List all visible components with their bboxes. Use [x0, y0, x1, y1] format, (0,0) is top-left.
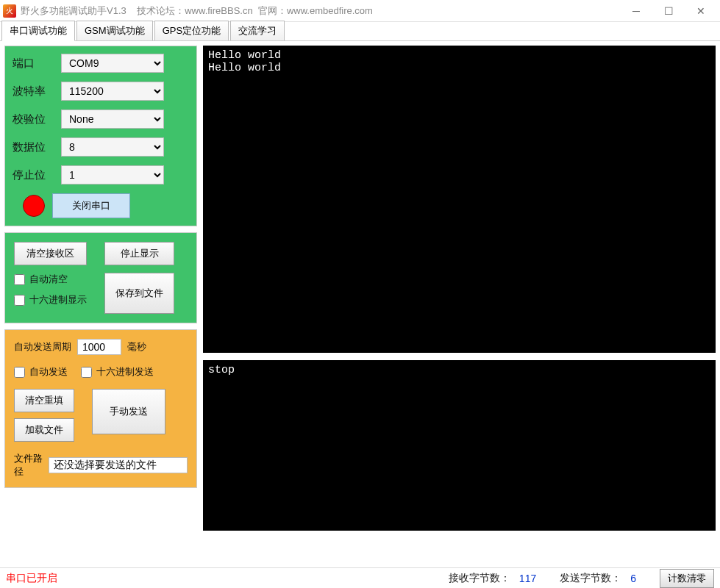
serial-settings-panel: 端口 COM9 波特率 115200 校验位 None 数据位 8 停止位 1 …	[4, 46, 197, 226]
main-content: 端口 COM9 波特率 115200 校验位 None 数据位 8 停止位 1 …	[0, 41, 720, 567]
minimize-button[interactable]: ─	[620, 1, 652, 21]
status-bar: 串口已开启 接收字节数： 117 发送字节数： 6 计数清零	[0, 567, 720, 588]
send-bytes-value: 6	[630, 573, 636, 584]
manual-send-button[interactable]: 手动发送	[92, 389, 165, 434]
tab-serial[interactable]: 串口调试功能	[1, 21, 75, 41]
send-btn-col1: 清空重填 加载文件	[14, 389, 74, 442]
recv-bytes-value: 117	[519, 573, 536, 584]
titlebar: 火 野火多功能调试助手V1.3 技术论坛：www.fireBBS.cn 官网：w…	[0, 0, 720, 22]
port-status-text: 串口已开启	[6, 572, 57, 585]
hex-send-checkbox[interactable]: 十六进制发送	[81, 365, 154, 379]
tab-forum[interactable]: 交流学习	[230, 21, 285, 40]
auto-send-input[interactable]	[14, 367, 25, 378]
period-input[interactable]	[77, 339, 121, 355]
window-controls: ─ ☐ ✕	[620, 1, 717, 21]
port-select[interactable]: COM9	[61, 54, 164, 73]
tab-bar: 串口调试功能 GSM调试功能 GPS定位功能 交流学习	[0, 22, 720, 41]
hex-send-input[interactable]	[81, 367, 92, 378]
hex-display-input[interactable]	[14, 295, 25, 306]
stopbit-select[interactable]: 1	[61, 165, 164, 184]
databit-row: 数据位 8	[13, 137, 189, 157]
auto-send-label: 自动发送	[29, 365, 68, 379]
hex-display-checkbox[interactable]: 十六进制显示	[14, 293, 87, 306]
send-controls-panel: 自动发送周期 毫秒 自动发送 十六进制发送 清空重填 加载文件	[4, 329, 197, 488]
receive-controls-panel: 清空接收区 自动清空 十六进制显示 停止显示 保存到文件	[4, 232, 197, 323]
left-column: 端口 COM9 波特率 115200 校验位 None 数据位 8 停止位 1 …	[4, 46, 197, 563]
send-bytes-label: 发送字节数：	[560, 572, 621, 585]
stopbit-row: 停止位 1	[13, 165, 189, 184]
period-unit: 毫秒	[127, 340, 146, 354]
auto-clear-input[interactable]	[14, 274, 25, 285]
send-buttons-row: 清空重填 加载文件 手动发送	[14, 389, 188, 442]
save-to-file-button[interactable]: 保存到文件	[104, 273, 174, 314]
window-title: 野火多功能调试助手V1.3 技术论坛：www.fireBBS.cn 官网：www…	[21, 4, 373, 18]
auto-send-checkbox[interactable]: 自动发送	[14, 365, 68, 379]
baud-label: 波特率	[13, 85, 54, 98]
parity-select[interactable]: None	[61, 110, 164, 129]
tab-gsm[interactable]: GSM调试功能	[76, 21, 153, 40]
period-row: 自动发送周期 毫秒	[14, 339, 188, 355]
filepath-input[interactable]	[49, 457, 188, 473]
hex-display-label: 十六进制显示	[29, 293, 87, 306]
parity-row: 校验位 None	[13, 110, 189, 129]
receive-terminal[interactable]: Hello world Hello world	[203, 46, 716, 353]
recv-left-col: 清空接收区 自动清空 十六进制显示	[14, 242, 87, 314]
right-column: Hello world Hello world stop	[203, 46, 716, 563]
clear-refill-button[interactable]: 清空重填	[14, 389, 74, 412]
port-label: 端口	[13, 57, 54, 71]
close-port-button[interactable]: 关闭串口	[52, 193, 130, 218]
databit-label: 数据位	[13, 140, 54, 154]
send-btn-col2: 手动发送	[92, 389, 165, 442]
parity-label: 校验位	[13, 112, 54, 126]
load-file-button[interactable]: 加载文件	[14, 418, 74, 442]
send-terminal[interactable]: stop	[203, 360, 716, 531]
auto-clear-checkbox[interactable]: 自动清空	[14, 273, 87, 286]
port-action-row: 关闭串口	[13, 193, 189, 218]
send-check-row: 自动发送 十六进制发送	[14, 365, 188, 379]
stop-display-button[interactable]: 停止显示	[104, 242, 174, 265]
databit-select[interactable]: 8	[61, 137, 164, 157]
auto-clear-label: 自动清空	[29, 273, 68, 286]
filepath-row: 文件路径	[14, 452, 188, 478]
hex-send-label: 十六进制发送	[96, 365, 154, 379]
port-row: 端口 COM9	[13, 54, 189, 73]
baud-row: 波特率 115200	[13, 82, 189, 101]
status-indicator-icon	[23, 195, 45, 217]
recv-bytes-label: 接收字节数：	[449, 572, 510, 585]
maximize-button[interactable]: ☐	[652, 1, 685, 21]
stopbit-label: 停止位	[13, 168, 54, 182]
tab-gps[interactable]: GPS定位功能	[154, 21, 229, 40]
filepath-label: 文件路径	[14, 452, 44, 478]
baud-select[interactable]: 115200	[61, 82, 164, 101]
clear-receive-button[interactable]: 清空接收区	[14, 242, 87, 265]
period-label: 自动发送周期	[14, 340, 71, 354]
clear-count-button[interactable]: 计数清零	[660, 569, 714, 588]
close-window-button[interactable]: ✕	[685, 1, 717, 21]
app-icon: 火	[3, 4, 16, 18]
recv-right-col: 停止显示 保存到文件	[104, 242, 174, 314]
